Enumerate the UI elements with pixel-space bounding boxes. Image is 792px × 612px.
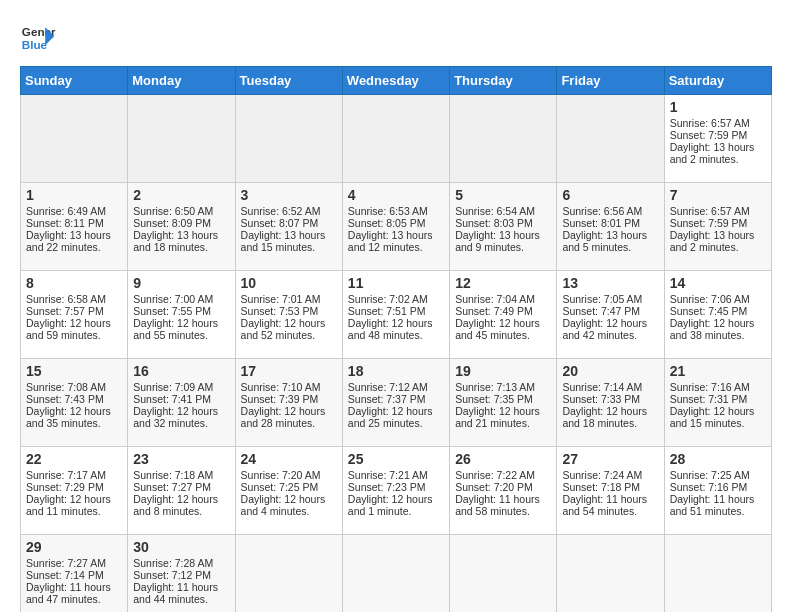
sunset-text: Sunset: 7:18 PM: [562, 481, 658, 493]
daylight-text: Daylight: 12 hours and 48 minutes.: [348, 317, 444, 341]
calendar-week-row: 29Sunrise: 7:27 AMSunset: 7:14 PMDayligh…: [21, 535, 772, 613]
sunset-text: Sunset: 8:05 PM: [348, 217, 444, 229]
calendar-cell: [235, 95, 342, 183]
daylight-text: Daylight: 13 hours and 22 minutes.: [26, 229, 122, 253]
calendar-cell: 12Sunrise: 7:04 AMSunset: 7:49 PMDayligh…: [450, 271, 557, 359]
sunset-text: Sunset: 7:53 PM: [241, 305, 337, 317]
logo: General Blue: [20, 20, 56, 56]
logo-icon: General Blue: [20, 20, 56, 56]
calendar-cell: 19Sunrise: 7:13 AMSunset: 7:35 PMDayligh…: [450, 359, 557, 447]
calendar-cell: 1Sunrise: 6:57 AMSunset: 7:59 PMDaylight…: [664, 95, 771, 183]
calendar-cell: 26Sunrise: 7:22 AMSunset: 7:20 PMDayligh…: [450, 447, 557, 535]
day-number: 6: [562, 187, 658, 203]
daylight-text: Daylight: 12 hours and 35 minutes.: [26, 405, 122, 429]
sunrise-text: Sunrise: 6:54 AM: [455, 205, 551, 217]
day-number: 8: [26, 275, 122, 291]
weekday-header-row: SundayMondayTuesdayWednesdayThursdayFrid…: [21, 67, 772, 95]
weekday-header-wednesday: Wednesday: [342, 67, 449, 95]
calendar-cell: 9Sunrise: 7:00 AMSunset: 7:55 PMDaylight…: [128, 271, 235, 359]
calendar-cell: [342, 95, 449, 183]
sunset-text: Sunset: 7:33 PM: [562, 393, 658, 405]
sunrise-text: Sunrise: 7:25 AM: [670, 469, 766, 481]
sunrise-text: Sunrise: 7:24 AM: [562, 469, 658, 481]
calendar-cell: 5Sunrise: 6:54 AMSunset: 8:03 PMDaylight…: [450, 183, 557, 271]
daylight-text: Daylight: 13 hours and 18 minutes.: [133, 229, 229, 253]
daylight-text: Daylight: 12 hours and 42 minutes.: [562, 317, 658, 341]
daylight-text: Daylight: 13 hours and 5 minutes.: [562, 229, 658, 253]
sunrise-text: Sunrise: 7:04 AM: [455, 293, 551, 305]
calendar-cell: 15Sunrise: 7:08 AMSunset: 7:43 PMDayligh…: [21, 359, 128, 447]
day-number: 14: [670, 275, 766, 291]
calendar-cell: 4Sunrise: 6:53 AMSunset: 8:05 PMDaylight…: [342, 183, 449, 271]
sunset-text: Sunset: 8:03 PM: [455, 217, 551, 229]
sunset-text: Sunset: 7:59 PM: [670, 129, 766, 141]
sunset-text: Sunset: 8:11 PM: [26, 217, 122, 229]
weekday-header-saturday: Saturday: [664, 67, 771, 95]
daylight-text: Daylight: 11 hours and 58 minutes.: [455, 493, 551, 517]
sunrise-text: Sunrise: 7:28 AM: [133, 557, 229, 569]
sunset-text: Sunset: 7:23 PM: [348, 481, 444, 493]
sunrise-text: Sunrise: 7:12 AM: [348, 381, 444, 393]
sunset-text: Sunset: 7:47 PM: [562, 305, 658, 317]
calendar-cell: 23Sunrise: 7:18 AMSunset: 7:27 PMDayligh…: [128, 447, 235, 535]
day-number: 21: [670, 363, 766, 379]
calendar-cell: [342, 535, 449, 613]
daylight-text: Daylight: 13 hours and 9 minutes.: [455, 229, 551, 253]
weekday-header-sunday: Sunday: [21, 67, 128, 95]
calendar-week-row: 15Sunrise: 7:08 AMSunset: 7:43 PMDayligh…: [21, 359, 772, 447]
calendar-week-row: 1Sunrise: 6:49 AMSunset: 8:11 PMDaylight…: [21, 183, 772, 271]
sunset-text: Sunset: 7:41 PM: [133, 393, 229, 405]
day-number: 19: [455, 363, 551, 379]
sunrise-text: Sunrise: 6:53 AM: [348, 205, 444, 217]
sunset-text: Sunset: 7:59 PM: [670, 217, 766, 229]
svg-text:Blue: Blue: [22, 38, 48, 51]
sunset-text: Sunset: 8:01 PM: [562, 217, 658, 229]
sunrise-text: Sunrise: 7:02 AM: [348, 293, 444, 305]
day-number: 2: [133, 187, 229, 203]
day-number: 27: [562, 451, 658, 467]
daylight-text: Daylight: 12 hours and 18 minutes.: [562, 405, 658, 429]
sunrise-text: Sunrise: 6:57 AM: [670, 205, 766, 217]
sunset-text: Sunset: 7:49 PM: [455, 305, 551, 317]
sunrise-text: Sunrise: 7:14 AM: [562, 381, 658, 393]
calendar-cell: 24Sunrise: 7:20 AMSunset: 7:25 PMDayligh…: [235, 447, 342, 535]
day-number: 16: [133, 363, 229, 379]
day-number: 30: [133, 539, 229, 555]
sunset-text: Sunset: 7:16 PM: [670, 481, 766, 493]
sunrise-text: Sunrise: 7:06 AM: [670, 293, 766, 305]
calendar-week-row: 8Sunrise: 6:58 AMSunset: 7:57 PMDaylight…: [21, 271, 772, 359]
sunset-text: Sunset: 7:12 PM: [133, 569, 229, 581]
daylight-text: Daylight: 12 hours and 11 minutes.: [26, 493, 122, 517]
daylight-text: Daylight: 12 hours and 59 minutes.: [26, 317, 122, 341]
calendar-cell: [664, 535, 771, 613]
sunset-text: Sunset: 7:43 PM: [26, 393, 122, 405]
sunset-text: Sunset: 7:55 PM: [133, 305, 229, 317]
daylight-text: Daylight: 12 hours and 8 minutes.: [133, 493, 229, 517]
sunset-text: Sunset: 7:20 PM: [455, 481, 551, 493]
daylight-text: Daylight: 11 hours and 51 minutes.: [670, 493, 766, 517]
calendar-cell: 7Sunrise: 6:57 AMSunset: 7:59 PMDaylight…: [664, 183, 771, 271]
calendar-cell: [557, 535, 664, 613]
sunrise-text: Sunrise: 7:08 AM: [26, 381, 122, 393]
calendar-cell: 30Sunrise: 7:28 AMSunset: 7:12 PMDayligh…: [128, 535, 235, 613]
day-number: 10: [241, 275, 337, 291]
day-number: 26: [455, 451, 551, 467]
sunset-text: Sunset: 7:31 PM: [670, 393, 766, 405]
sunset-text: Sunset: 7:51 PM: [348, 305, 444, 317]
calendar-cell: 17Sunrise: 7:10 AMSunset: 7:39 PMDayligh…: [235, 359, 342, 447]
sunset-text: Sunset: 7:37 PM: [348, 393, 444, 405]
sunset-text: Sunset: 7:14 PM: [26, 569, 122, 581]
calendar-week-row: 22Sunrise: 7:17 AMSunset: 7:29 PMDayligh…: [21, 447, 772, 535]
calendar-cell: 18Sunrise: 7:12 AMSunset: 7:37 PMDayligh…: [342, 359, 449, 447]
day-number: 20: [562, 363, 658, 379]
calendar-cell: 11Sunrise: 7:02 AMSunset: 7:51 PMDayligh…: [342, 271, 449, 359]
sunrise-text: Sunrise: 6:58 AM: [26, 293, 122, 305]
day-number: 13: [562, 275, 658, 291]
sunrise-text: Sunrise: 7:21 AM: [348, 469, 444, 481]
sunset-text: Sunset: 7:45 PM: [670, 305, 766, 317]
day-number: 25: [348, 451, 444, 467]
sunset-text: Sunset: 8:09 PM: [133, 217, 229, 229]
sunrise-text: Sunrise: 6:49 AM: [26, 205, 122, 217]
day-number: 9: [133, 275, 229, 291]
calendar-cell: [450, 95, 557, 183]
